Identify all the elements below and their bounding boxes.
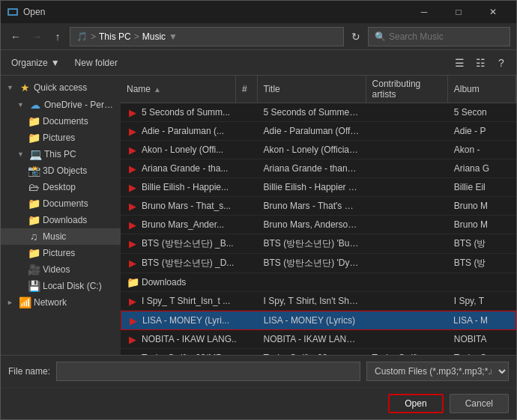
this-pc-label: This PC [44,149,76,159]
back-button[interactable]: ← [7,28,25,46]
network-label: Network [34,297,67,308]
onedrive-toggle-icon: ▼ [17,101,26,109]
desktop-label: Desktop [43,182,76,192]
file-artist [366,319,447,322]
music-label: Music [43,231,66,242]
file-album: Bruno M [448,199,516,213]
file-num [236,262,258,265]
file-icon: ▶ [127,314,139,326]
desktop-icon: 🗁 [28,181,40,193]
file-name: ▶ BTS (방탄소년단) _B... [121,236,236,252]
file-artist [366,130,448,133]
file-artist [366,167,448,170]
sidebar-item-videos[interactable]: 🎥 Videos [1,261,121,278]
sort-icon: ▲ [154,85,161,94]
filetype-select[interactable]: Custom Files (*.mp3;*.mp3;*.mAll Files (… [366,362,509,381]
table-row[interactable]: ▶ Ariana Grande - tha... Ariana Grande -… [121,159,516,178]
organize-chevron-icon: ▼ [51,58,60,68]
pictures-folder-icon: 📁 [28,132,40,144]
view-details-button[interactable]: ☷ [471,54,489,72]
table-row[interactable]: ▶ Billie Eilish - Happie... Billie Eilis… [121,178,516,197]
sidebar-item-local-disk[interactable]: 💾 Local Disk (C:) [1,278,121,294]
file-icon: ▶ [127,238,139,250]
sidebar-item-network[interactable]: ► 📶 Network [1,294,121,311]
table-row[interactable]: ▶ NOBITA - IKAW LANG... NOBITA - IKAW LA… [121,330,516,349]
sidebar-item-documents2[interactable]: 📁 Documents [1,195,121,212]
file-icon: ▶ [127,333,139,345]
forward-button[interactable]: → [28,28,46,46]
sidebar-item-3d-objects[interactable]: 📸 3D Objects [1,162,121,179]
table-row[interactable]: ▶ Taylor Swift - 22(MP... Taylor Swift -… [121,349,516,355]
file-icon: ▶ [127,144,139,156]
open-button[interactable]: Open [388,394,443,413]
view-options-button[interactable]: ☰ [450,54,468,72]
column-header-title[interactable]: Title [258,76,366,103]
up-button[interactable]: ↑ [49,28,67,46]
file-title: Bruno Mars - That's What ... [258,199,366,213]
table-row[interactable]: ▶ 5 Seconds of Summ... 5 Seconds of Summ… [121,103,516,122]
file-name: ▶ 5 Seconds of Summ... [121,105,236,120]
refresh-button[interactable]: ↻ [347,28,365,46]
sidebar-item-quick-access[interactable]: ▼ ★ Quick access [1,79,121,97]
table-row[interactable]: ▶ I Spy_ T Shirt_Isn_t ... I Spy, T Shir… [121,292,516,311]
table-row[interactable]: ▶ Bruno Mars - That_s... Bruno Mars - Th… [121,197,516,216]
file-album: Ariana G [448,162,516,175]
sidebar-item-documents[interactable]: 📁 Documents [1,113,121,130]
file-icon: ▶ [127,258,139,270]
file-title: 5 Seconds of Summer - D... [258,106,366,119]
sidebar-item-onedrive[interactable]: ▼ ☁ OneDrive - Personal [1,97,121,113]
sidebar-item-music[interactable]: ♫ Music [1,228,121,245]
search-input[interactable] [389,31,504,42]
open-dialog: Open ─ □ ✕ ← → ↑ 🎵 > This PC > Music ▼ ↻… [0,0,517,420]
svg-rect-1 [9,10,16,14]
breadcrumb[interactable]: 🎵 > This PC > Music ▼ [70,27,344,46]
column-header-name[interactable]: Name ▲ [121,76,236,103]
column-header-artist[interactable]: Contributing artists [366,76,448,103]
breadcrumb-music[interactable]: Music [142,31,166,42]
file-num [236,148,258,151]
downloads-label: Downloads [43,215,87,225]
sidebar-item-this-pc[interactable]: ▼ 💻 This PC [1,146,121,162]
maximize-button[interactable]: □ [441,1,476,23]
table-row[interactable]: ▶ Bruno Mars_Ander... Bruno Mars, Anders… [121,216,516,234]
file-title: BTS (방탄소년단) 'Dynami... [258,255,366,271]
downloads-folder-icon: 📁 [28,214,40,226]
sidebar-item-pictures2[interactable]: 📁 Pictures [1,245,121,261]
quick-access-toggle-icon: ▼ [7,84,16,91]
file-icon: ▶ [127,181,139,193]
help-button[interactable]: ? [492,54,510,72]
file-album: BTS (방 [448,236,516,252]
network-icon: 📶 [19,296,31,308]
file-title: NOBITA - IKAW LANG | Of... [258,332,366,346]
close-button[interactable]: ✕ [476,1,510,23]
file-name: ▶ Bruno Mars - That_s... [121,198,236,213]
sidebar-item-pictures[interactable]: 📁 Pictures [1,130,121,146]
table-row[interactable]: ▶ LISA - MONEY (Lyri... LISA - MONEY (Ly… [121,311,516,330]
file-album: Billie Eil [448,180,516,194]
organize-button[interactable]: Organize ▼ [7,55,64,71]
new-folder-button[interactable]: New folder [70,55,122,71]
file-num [236,299,258,302]
file-list-header: Name ▲ # Title Contributing artists Albu… [121,76,516,103]
table-row[interactable]: ▶ Adie - Paraluman (... Adie - Paraluman… [121,122,516,141]
filename-input[interactable] [56,362,360,381]
file-icon: ▶ [127,295,139,307]
sidebar-item-downloads[interactable]: 📁 Downloads [1,212,121,228]
breadcrumb-this-pc[interactable]: This PC [99,31,131,42]
sidebar-item-desktop[interactable]: 🗁 Desktop [1,179,121,195]
toolbar-right: ☰ ☷ ? [450,54,510,72]
file-name: ▶ I Spy_ T Shirt_Isn_t ... [121,293,236,308]
column-header-album[interactable]: Album [448,76,516,103]
table-row[interactable]: ▶ Akon - Lonely (Offi... Akon - Lonely (… [121,141,516,159]
table-row[interactable]: ▶ BTS (방탄소년단) _D... BTS (방탄소년단) 'Dynami.… [121,254,516,273]
cancel-button[interactable]: Cancel [450,394,509,413]
navigation-bar: ← → ↑ 🎵 > This PC > Music ▼ ↻ 🔍 [1,23,516,50]
column-header-num[interactable]: # [236,76,258,103]
table-row[interactable]: ▶ BTS (방탄소년단) _B... BTS (방탄소년단) 'Butter'… [121,234,516,254]
main-content: ▼ ★ Quick access ▼ ☁ OneDrive - Personal… [1,76,516,355]
file-icon: ▶ [127,219,139,231]
pictures-label: Pictures [43,133,75,143]
minimize-button[interactable]: ─ [407,1,441,23]
table-row[interactable]: 📁 Downloads [121,273,516,292]
file-name: ▶ BTS (방탄소년단) _D... [121,255,236,271]
